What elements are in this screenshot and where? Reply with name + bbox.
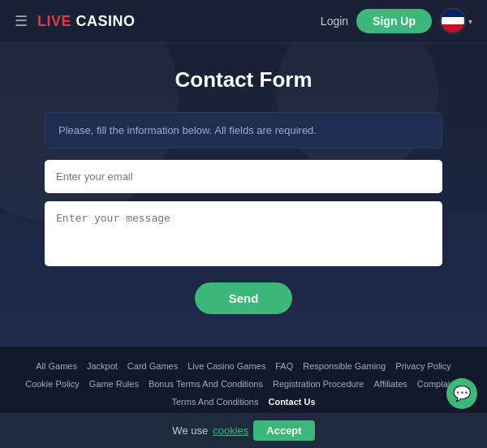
language-flag-button[interactable] bbox=[440, 8, 466, 34]
header-right: Login Sign Up ▾ bbox=[321, 8, 472, 34]
header-left: ☰ LIVE CASINO bbox=[15, 12, 136, 30]
footer-link[interactable]: Game Rules bbox=[87, 376, 141, 392]
cookie-text: We use bbox=[172, 424, 208, 437]
footer-links: All GamesJackpotCard GamesLive Casino Ga… bbox=[8, 358, 479, 410]
accept-cookies-button[interactable]: Accept bbox=[253, 420, 314, 441]
footer-link[interactable]: Terms And Conditions bbox=[169, 394, 261, 410]
login-button[interactable]: Login bbox=[321, 15, 348, 28]
logo: LIVE CASINO bbox=[37, 13, 136, 30]
cookie-link[interactable]: cookies bbox=[213, 424, 248, 437]
main-content: Contact Form Please, fill the informatio… bbox=[0, 43, 487, 347]
footer-link[interactable]: Affiliates bbox=[371, 376, 409, 392]
menu-icon[interactable]: ☰ bbox=[15, 12, 28, 30]
chat-bubble[interactable]: 💬 bbox=[446, 378, 477, 409]
footer-link[interactable]: Card Games bbox=[125, 358, 180, 374]
cookie-banner: We use cookies Accept bbox=[0, 413, 487, 448]
footer-link[interactable]: Cookie Policy bbox=[23, 376, 82, 392]
footer-link[interactable]: Contact Us bbox=[265, 394, 317, 410]
signup-button[interactable]: Sign Up bbox=[356, 9, 432, 33]
footer-link[interactable]: Privacy Policy bbox=[393, 358, 453, 374]
form-info-box: Please, fill the information below. All … bbox=[45, 112, 442, 149]
logo-casino: CASINO bbox=[71, 13, 136, 29]
footer-link[interactable]: Live Casino Games bbox=[185, 358, 268, 374]
logo-live: LIVE bbox=[37, 13, 71, 29]
message-field[interactable] bbox=[45, 201, 442, 266]
header: ☰ LIVE CASINO Login Sign Up ▾ bbox=[0, 0, 487, 43]
flag-icon bbox=[442, 10, 464, 32]
footer-link[interactable]: Registration Procedure bbox=[270, 376, 367, 392]
send-button[interactable]: Send bbox=[195, 282, 293, 314]
footer-link[interactable]: Bonus Terms And Conditions bbox=[146, 376, 265, 392]
email-field[interactable] bbox=[45, 160, 442, 193]
page-title: Contact Form bbox=[16, 67, 471, 93]
footer-link[interactable]: FAQ bbox=[273, 358, 295, 374]
footer-link[interactable]: All Games bbox=[33, 358, 80, 374]
footer-link[interactable]: Jackpot bbox=[84, 358, 120, 374]
footer-link[interactable]: Responsible Gaming bbox=[300, 358, 388, 374]
language-chevron-icon[interactable]: ▾ bbox=[468, 17, 472, 26]
contact-form: Please, fill the information below. All … bbox=[45, 112, 442, 314]
